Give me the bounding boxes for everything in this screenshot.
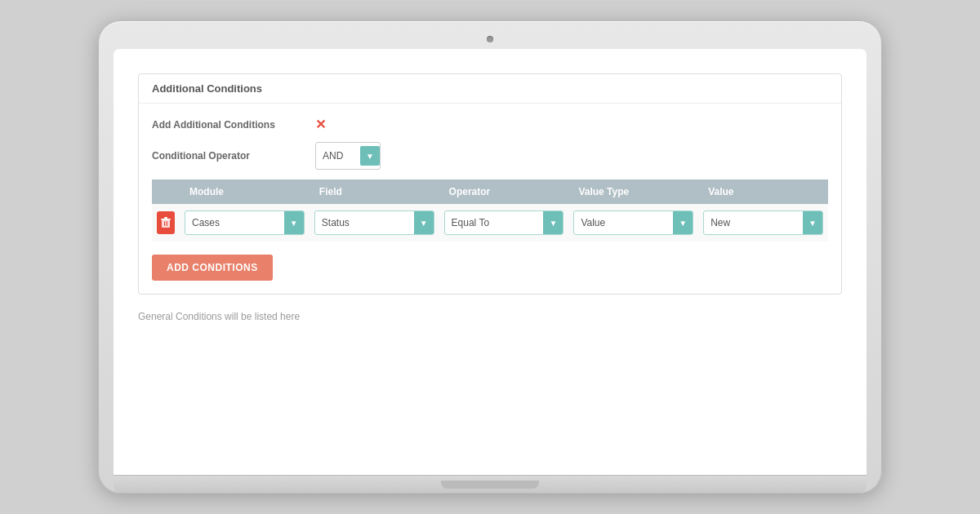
screen-content: Additional Conditions Add Additional Con… [114, 49, 866, 475]
delete-cell [152, 204, 180, 241]
laptop-base [114, 475, 866, 493]
value-dropdown[interactable]: New ▼ [703, 210, 823, 235]
th-module: Module [180, 179, 310, 204]
operator-dropdown[interactable]: AND ▼ [315, 142, 381, 170]
field-dropdown-arrow[interactable]: ▼ [414, 211, 434, 234]
th-operator: Operator [439, 179, 569, 204]
operator-dropdown-arrow[interactable]: ▼ [360, 146, 380, 166]
table-row: Cases ▼ Status ▼ [152, 204, 828, 241]
add-conditions-row: Add Additional Conditions ✕ [152, 117, 828, 132]
field-dropdown-text: Status [315, 213, 414, 233]
value-dropdown-arrow[interactable]: ▼ [803, 211, 822, 234]
th-value-type: Value Type [568, 179, 698, 204]
th-value: Value [698, 179, 828, 204]
conditional-operator-label: Conditional Operator [152, 150, 315, 162]
operator-dropdown-arrow[interactable]: ▼ [543, 211, 563, 234]
th-field: Field [310, 179, 439, 204]
table-header-row: Module Field Operator Value Type Value [152, 179, 828, 204]
add-conditions-button[interactable]: ADD CONDITIONS [152, 255, 273, 281]
laptop-shell: Additional Conditions Add Additional Con… [98, 20, 882, 494]
value-type-dropdown[interactable]: Value ▼ [573, 210, 693, 235]
delete-row-button[interactable] [157, 211, 175, 234]
module-dropdown[interactable]: Cases ▼ [185, 210, 305, 235]
additional-conditions-panel: Additional Conditions Add Additional Con… [138, 73, 842, 295]
module-dropdown-arrow[interactable]: ▼ [284, 211, 304, 234]
field-cell: Status ▼ [310, 204, 439, 241]
panel-header: Additional Conditions [139, 74, 841, 104]
operator-dropdown-text: AND [323, 150, 343, 162]
value-type-dropdown-text: Value [574, 213, 673, 233]
add-conditions-label: Add Additional Conditions [152, 119, 315, 131]
laptop-notch [441, 481, 539, 489]
value-type-cell: Value ▼ [568, 204, 698, 241]
add-conditions-value: ✕ [315, 117, 326, 132]
svg-rect-1 [161, 219, 171, 220]
laptop-screen: Additional Conditions Add Additional Con… [114, 49, 866, 475]
panel-body: Add Additional Conditions ✕ Conditional … [139, 104, 841, 294]
svg-rect-2 [164, 217, 167, 219]
module-dropdown-text: Cases [185, 213, 284, 233]
camera-icon [487, 36, 493, 42]
checkbox-x-icon[interactable]: ✕ [315, 117, 326, 132]
svg-rect-0 [162, 219, 170, 228]
module-cell: Cases ▼ [180, 204, 310, 241]
operator-dropdown[interactable]: Equal To ▼ [444, 210, 564, 235]
operator-dropdown-text: Equal To [445, 213, 544, 233]
th-delete [152, 179, 180, 204]
section-note: General Conditions will be listed here [138, 311, 842, 322]
operator-cell: Equal To ▼ [439, 204, 569, 241]
conditional-operator-row: Conditional Operator AND ▼ [152, 142, 828, 170]
svg-rect-3 [164, 221, 165, 226]
value-dropdown-text: New [704, 213, 803, 233]
value-type-dropdown-arrow[interactable]: ▼ [673, 211, 693, 234]
conditional-operator-value: AND ▼ [315, 142, 381, 170]
field-dropdown[interactable]: Status ▼ [314, 210, 434, 235]
svg-rect-4 [167, 221, 167, 226]
conditions-table: Module Field Operator Value Type Value [152, 179, 828, 241]
value-cell: New ▼ [698, 204, 828, 241]
